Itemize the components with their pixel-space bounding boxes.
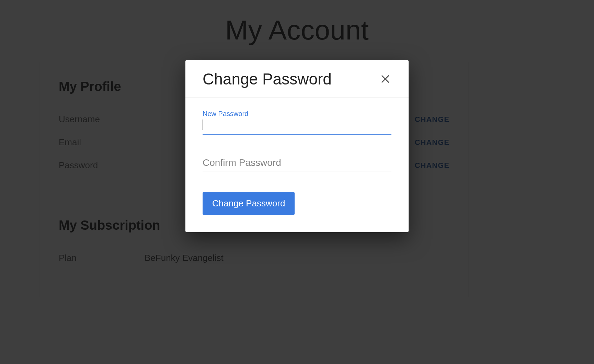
modal-title: Change Password (203, 70, 332, 88)
confirm-password-input[interactable] (203, 155, 391, 171)
close-icon (380, 74, 390, 84)
change-password-modal: Change Password New Password C (185, 60, 409, 232)
modal-header: Change Password (185, 60, 409, 98)
modal-overlay[interactable]: Change Password New Password C (0, 0, 594, 364)
new-password-field: New Password (203, 118, 391, 135)
modal-body: New Password Change Password (185, 98, 409, 232)
text-cursor (203, 120, 203, 130)
new-password-label: New Password (203, 110, 248, 118)
confirm-password-field (203, 155, 391, 171)
change-password-button[interactable]: Change Password (203, 192, 295, 215)
close-button[interactable] (379, 73, 391, 85)
new-password-input[interactable] (203, 118, 391, 135)
